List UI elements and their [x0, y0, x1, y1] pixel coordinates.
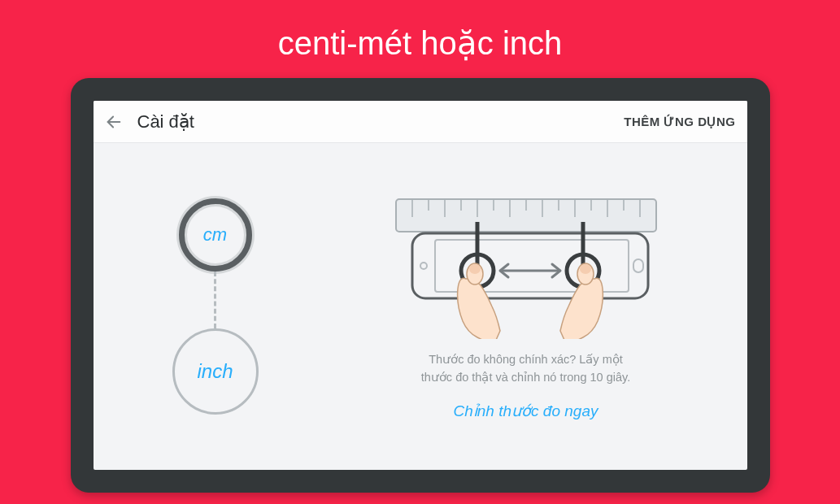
back-arrow-icon[interactable]: [105, 113, 123, 131]
banner-title: centi-mét hoặc inch: [278, 24, 563, 62]
unit-group: cm inch: [172, 198, 259, 415]
unit-cm-button[interactable]: cm: [179, 198, 252, 272]
content-area: cm inch: [94, 143, 747, 470]
more-apps-button[interactable]: THÊM ỨNG DỤNG: [624, 115, 735, 129]
unit-inch-button[interactable]: inch: [172, 328, 259, 415]
page-title: Cài đặt: [137, 111, 625, 133]
connector-line: [214, 272, 216, 328]
help-text: Thước đo không chính xác? Lấy một thước …: [421, 351, 630, 387]
calibration-panel: Thước đo không chính xác? Lấy một thước …: [337, 143, 747, 470]
topbar: Cài đặt THÊM ỨNG DỤNG: [94, 101, 747, 143]
app-screen: Cài đặt THÊM ỨNG DỤNG cm inch: [94, 101, 747, 470]
unit-selector: cm inch: [94, 143, 337, 470]
calibrate-link[interactable]: Chỉnh thước đo ngay: [454, 402, 598, 420]
svg-point-29: [580, 264, 591, 274]
help-line-2: thước đo thật và chỉnh nó trong 10 giây.: [421, 371, 630, 384]
calibration-illustration-icon: [372, 193, 681, 339]
help-line-1: Thước đo không chính xác? Lấy một: [429, 353, 623, 366]
svg-point-27: [469, 264, 481, 274]
tablet-frame: Cài đặt THÊM ỨNG DỤNG cm inch: [71, 78, 770, 493]
